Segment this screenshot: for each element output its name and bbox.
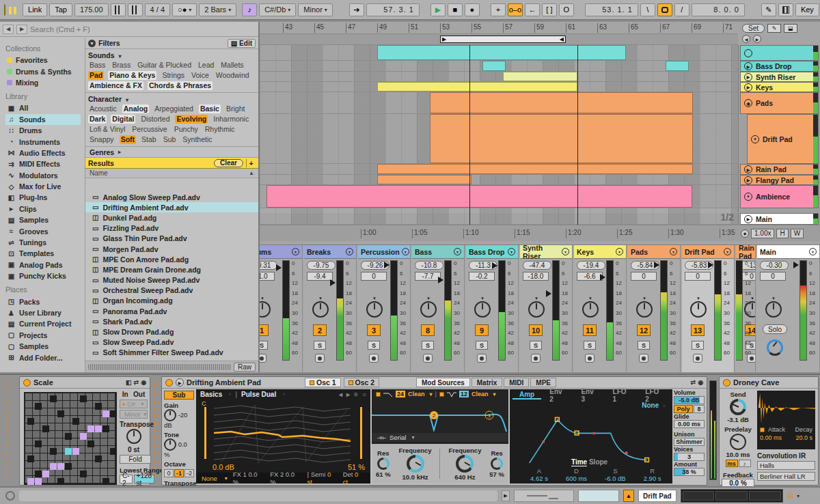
arm-button[interactable] xyxy=(369,354,379,363)
filter-chip[interactable]: Pad xyxy=(88,71,104,80)
scale-grid-cell[interactable] xyxy=(65,448,72,455)
next-locator-button[interactable]: ▶ xyxy=(753,35,761,43)
result-list-item[interactable]: ▭ Fizzling Pad.adv xyxy=(85,223,258,234)
wavetable-select[interactable]: Pulse Dual xyxy=(241,391,276,398)
arrangement-clip[interactable] xyxy=(482,61,506,71)
pan-knob[interactable] xyxy=(312,301,329,318)
ir-attack-value[interactable]: 0.00 ms xyxy=(760,434,782,441)
filter-chip[interactable]: Distorted xyxy=(139,115,171,124)
scale-grid-cell[interactable] xyxy=(65,463,72,470)
set-locator-button[interactable]: Set xyxy=(742,24,765,33)
filter1-freq-value[interactable]: 10.0 kHz xyxy=(399,473,432,481)
result-list-item[interactable]: ◫ MPE Con Amore Pad.adg xyxy=(85,254,258,264)
raw-preview-button[interactable]: Raw xyxy=(234,363,256,372)
loop-brace[interactable]: ▶◀ xyxy=(440,36,566,43)
scale-grid-cell[interactable] xyxy=(27,478,34,485)
clip-overview[interactable] xyxy=(578,490,619,502)
transpose-knob[interactable] xyxy=(126,429,141,444)
solo-button[interactable]: S xyxy=(260,341,268,350)
filter-chip[interactable]: Chords & Phrases xyxy=(148,81,213,90)
filter-response-display[interactable]: 2 1 xyxy=(372,400,508,432)
track-activator-button[interactable]: 11 xyxy=(583,324,597,336)
volume-slider[interactable]: -5.0 dB xyxy=(674,396,705,404)
output-meter-icon[interactable]: ılı ▾ xyxy=(787,491,800,501)
add-filter-button[interactable]: + xyxy=(246,159,256,167)
draw-mode-button[interactable]: ✎ xyxy=(761,3,776,16)
sustain-value[interactable]: -6.0 dB xyxy=(605,475,626,482)
track-fold-icon[interactable]: ▶ xyxy=(744,62,752,70)
result-list-item[interactable]: ▭ Slow Sweep Pad.adv xyxy=(85,337,258,348)
result-list-item[interactable]: ▭ Orchestral Sweep Pad.adv xyxy=(85,285,258,296)
solo-button[interactable]: S xyxy=(530,341,542,350)
filter-chip[interactable]: Synthetic xyxy=(181,135,213,144)
fader-handle[interactable] xyxy=(384,262,390,268)
fader-handle[interactable] xyxy=(600,274,605,281)
strip-fold-icon[interactable]: ▼ xyxy=(292,248,299,255)
gain-knob[interactable] xyxy=(164,409,176,421)
ableton-logo[interactable] xyxy=(4,4,5,16)
ir-category-select[interactable]: Halls xyxy=(757,461,815,470)
sidebar-library-item[interactable]: ≈ Grooves xyxy=(5,225,83,236)
collection-item[interactable]: Mixing xyxy=(5,77,83,88)
overdub-button[interactable]: + xyxy=(491,3,506,16)
volume-display[interactable]: -9.31 xyxy=(260,261,277,270)
filter1-slope-badge[interactable]: 24 xyxy=(396,391,405,397)
tab-osc1[interactable]: Osc 1 xyxy=(305,378,341,387)
preview-waveform[interactable] xyxy=(88,364,231,370)
filter-chip[interactable]: Woodwind xyxy=(215,71,251,80)
wt-position-slider-left[interactable] xyxy=(204,407,206,459)
track-fold-icon[interactable]: ▼ xyxy=(744,193,752,201)
track-activator-button[interactable]: 8 xyxy=(421,324,435,336)
arm-button[interactable] xyxy=(260,354,266,363)
mini-play-icon[interactable]: ▶ xyxy=(502,490,510,501)
octave-minus2-button[interactable]: -2 xyxy=(184,469,194,477)
track-header[interactable]: ▶ Main xyxy=(740,213,819,225)
track-header[interactable]: ▼ Drift Pad xyxy=(747,114,819,164)
fader-handle[interactable] xyxy=(330,279,336,286)
arrangement-clip[interactable] xyxy=(666,61,689,71)
result-list-item[interactable]: ◫ Organ Incoming.adg xyxy=(85,296,258,306)
nudge-up-button[interactable] xyxy=(128,3,143,16)
strip-fold-icon[interactable]: ▼ xyxy=(454,248,461,255)
osc-gain-value[interactable]: 0.0 dB xyxy=(213,463,234,471)
osc-effect-mode-select[interactable]: None xyxy=(202,475,217,482)
scale-grid-cell[interactable] xyxy=(57,463,64,470)
track-activator-button[interactable]: 13 xyxy=(691,324,705,336)
genres-group-header[interactable]: Genres ▸ xyxy=(85,147,258,158)
character-group-header[interactable]: Character ▾ xyxy=(88,95,256,103)
voice-count-select[interactable]: 8 xyxy=(694,405,705,413)
result-list-item[interactable]: ▭ Glass Thin Pure Pad.adv xyxy=(85,234,258,244)
arm-button[interactable] xyxy=(693,354,702,363)
time-ruler[interactable]: 1:001:051:101:151:201:251:301:35 xyxy=(260,225,738,241)
track-fold-icon[interactable]: ▶ xyxy=(744,73,752,81)
filter-chip[interactable]: Piano & Keys xyxy=(108,71,156,80)
octave-minus1-button[interactable]: -1 xyxy=(174,469,184,477)
edit-filters-button[interactable]: ▤Edit xyxy=(228,39,256,48)
filter-chip[interactable]: Lead xyxy=(197,61,215,70)
fader-value-box[interactable]: 0 xyxy=(760,272,786,281)
prev-wavetable-icon[interactable]: ◂ xyxy=(339,391,342,398)
track-header[interactable]: ▶ Bass Drop xyxy=(740,61,819,72)
filter-chip[interactable]: Lofi & Vinyl xyxy=(88,125,126,134)
automation-arm-button[interactable]: o–o xyxy=(508,3,523,16)
sidebar-library-item[interactable]: ◇ Max for Live xyxy=(5,181,83,192)
count-in-selector[interactable]: 2 Bars▾ xyxy=(199,3,236,16)
voices-slider[interactable]: 3 xyxy=(674,453,705,461)
scale-grid-cell[interactable] xyxy=(95,456,102,462)
result-list-item[interactable]: ▭ Analog Slow Sweep Pad.adv xyxy=(85,192,258,202)
scale-grid-cell[interactable] xyxy=(35,478,42,485)
pan-knob[interactable] xyxy=(765,301,782,318)
glide-value[interactable]: 0.00 ms xyxy=(674,420,705,428)
scale-grid-cell[interactable] xyxy=(95,403,102,410)
filter-chip[interactable]: Brass xyxy=(111,61,132,70)
scale-grid-cell[interactable] xyxy=(27,418,34,425)
filter-routing-select[interactable]: Serial xyxy=(390,434,406,441)
device-power-toggle[interactable] xyxy=(723,379,730,387)
lock-icon[interactable]: ◉ xyxy=(141,379,146,386)
track-fold-icon[interactable]: ▼ xyxy=(751,135,759,143)
volume-display[interactable]: -19.4 xyxy=(577,261,605,270)
result-list-item[interactable]: ▭ Shark Pad.adv xyxy=(85,316,258,326)
mixer-strip-header[interactable]: Synth Riser ▼ xyxy=(520,245,572,259)
filter-chip[interactable]: Strings xyxy=(161,71,186,80)
sidebar-library-item[interactable]: ▣ Punchy Kicks xyxy=(5,270,83,281)
